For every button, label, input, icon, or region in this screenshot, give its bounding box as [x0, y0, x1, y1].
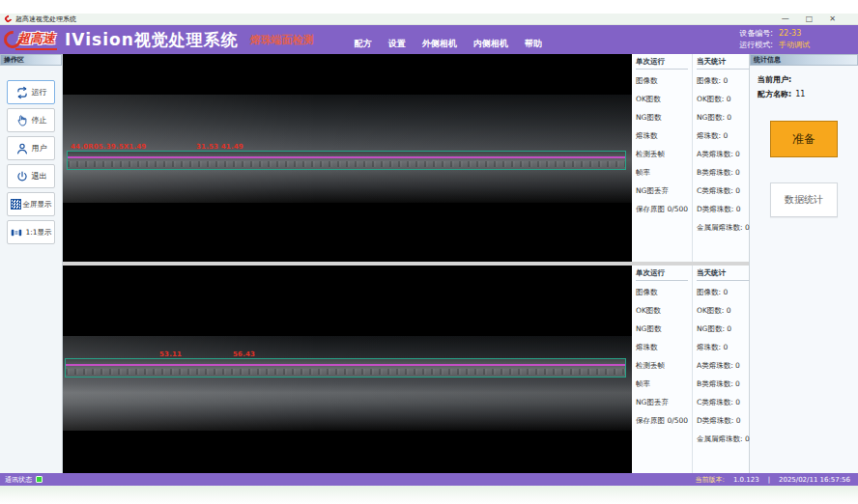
one-to-one-button[interactable]: 1:1显示	[7, 220, 55, 244]
measurement-annotation: 31.53 41.49	[196, 143, 243, 151]
camera-image-band	[63, 336, 632, 431]
app-subtitle: 熔珠端面检测	[250, 33, 314, 47]
stats-panel-top: 单次运行 图像数OK图数NG图数熔珠数检测丢帧帧率NG图丢弃保存原图 0/500…	[632, 54, 749, 262]
stats-panel-bottom: 单次运行 图像数OK图数NG图数熔珠数检测丢帧帧率NG图丢弃保存原图 0/500…	[632, 266, 749, 473]
exit-button-label: 退出	[32, 171, 47, 182]
stat-row: 金属屑熔珠数: 0	[697, 430, 750, 448]
recipe-name-value: 11	[795, 87, 805, 101]
desktop-background	[0, 0, 858, 14]
window-titlebar: 超高速视觉处理系统 — □ ✕	[0, 14, 858, 25]
stat-row: B类熔珠数: 0	[697, 375, 750, 393]
main-area: 操作区 运行 停止 用户	[0, 54, 858, 473]
measurement-annotation: 53.11	[159, 350, 182, 358]
device-number-value: 22-33	[779, 28, 812, 40]
measurement-annotation: 44.0R05.39.5X1.49	[71, 143, 146, 151]
app-logo-icon	[4, 14, 14, 24]
bead-strip-overlay	[67, 151, 626, 170]
exit-button[interactable]: 退出	[7, 164, 55, 188]
menu-item[interactable]: 设置	[388, 38, 406, 50]
stat-row: 帧率	[636, 375, 688, 393]
close-button[interactable]: ✕	[829, 14, 836, 24]
stat-row: 图像数	[636, 283, 688, 301]
stat-row: 保存原图 0/500	[636, 411, 688, 430]
data-statistics-button[interactable]: 数据统计	[770, 182, 838, 217]
camera-viewports: 44.0R05.39.5X1.49 31.53 41.49 53.11 56.4…	[63, 54, 632, 473]
one-to-one-button-label: 1:1显示	[25, 228, 51, 238]
info-panel: 统计信息 当前用户: 配方名称: 11 准备 数据统计	[750, 54, 858, 473]
stat-row: NG图数: 0	[697, 320, 750, 338]
stat-row: A类熔珠数: 0	[697, 145, 750, 163]
stat-row: OK图数	[636, 90, 688, 108]
magenta-edge-line	[66, 364, 625, 366]
run-button-label: 运行	[32, 87, 47, 98]
one-to-one-icon	[10, 226, 23, 239]
run-mode-label: 运行模式:	[739, 40, 773, 51]
stat-row: OK图数: 0	[697, 90, 750, 108]
inner-camera-viewport[interactable]: 53.11 56.43	[63, 266, 632, 473]
stop-button[interactable]: 停止	[7, 108, 55, 132]
menu-item[interactable]: 配方	[355, 38, 372, 50]
strip-texture	[66, 369, 625, 375]
daily-stats-header: 当天统计	[697, 268, 750, 281]
stat-row: 检测丢帧	[636, 145, 688, 163]
stat-row: 图像数: 0	[697, 283, 750, 301]
user-button-label: 用户	[32, 143, 47, 154]
status-datetime: 2025/02/11 16:57:56	[779, 476, 850, 484]
run-button[interactable]: 运行	[7, 80, 55, 104]
window-title: 超高速视觉处理系统	[15, 14, 76, 24]
device-number-label: 设备编号:	[739, 28, 773, 40]
stat-row: D类熔珠数: 0	[697, 411, 750, 430]
fullscreen-icon	[11, 199, 21, 210]
stat-row: B类熔珠数: 0	[697, 163, 750, 182]
run-mode-value: 手动调试	[779, 40, 812, 51]
stat-row: NG图丢弃	[636, 393, 688, 411]
stat-row: A类熔珠数: 0	[697, 356, 750, 375]
comm-status-label: 通讯状态	[5, 475, 32, 485]
stat-row: 帧率	[636, 163, 688, 182]
menu-item[interactable]: 帮助	[525, 38, 542, 50]
strip-texture	[68, 161, 625, 167]
cycle-arrows-icon	[15, 86, 29, 99]
camera-image-band	[63, 95, 632, 203]
stat-row: 熔珠数	[636, 126, 688, 145]
stat-row: 检测丢帧	[636, 356, 688, 375]
measurement-annotation: 56.43	[233, 350, 255, 358]
sidebar-title: 操作区	[0, 54, 62, 66]
stat-row: C类熔珠数: 0	[697, 393, 750, 411]
stop-button-label: 停止	[32, 115, 47, 126]
window-footer	[0, 486, 858, 504]
version-label: 当前版本:	[696, 475, 725, 485]
stat-row: C类熔珠数: 0	[697, 182, 750, 200]
status-bar: 通讯状态 当前版本: 1.0.123 | 2025/02/11 16:57:56	[0, 473, 858, 486]
app-title: IVision视觉处理系统	[65, 29, 239, 51]
statistics-column: 单次运行 图像数OK图数NG图数熔珠数检测丢帧帧率NG图丢弃保存原图 0/500…	[632, 54, 750, 473]
stat-row: 熔珠数: 0	[697, 338, 750, 356]
stat-row: D类熔珠数: 0	[697, 200, 750, 218]
stat-row: 熔珠数	[636, 338, 688, 356]
stat-row: OK图数: 0	[697, 301, 750, 320]
stat-row: 图像数: 0	[697, 71, 750, 90]
info-panel-title: 统计信息	[750, 54, 858, 66]
stat-row: 金属屑熔珠数: 0	[697, 218, 750, 237]
menu-item[interactable]: 内侧相机	[473, 38, 508, 50]
magenta-edge-line	[68, 156, 625, 158]
stat-row: NG图数	[636, 320, 688, 338]
fullscreen-button-label: 全屏显示	[23, 200, 52, 210]
stat-row: 保存原图 0/500	[636, 200, 688, 218]
minimize-button[interactable]: —	[782, 14, 789, 24]
app-header: 超高速 IVision视觉处理系统 熔珠端面检测 配方设置外侧相机内侧相机帮助 …	[0, 25, 858, 54]
user-button[interactable]: 用户	[7, 136, 55, 160]
ready-button[interactable]: 准备	[770, 121, 838, 157]
operation-sidebar: 操作区 运行 停止 用户	[0, 54, 63, 473]
menu-item[interactable]: 外侧相机	[422, 38, 457, 50]
bead-strip-overlay	[65, 358, 626, 378]
outer-camera-viewport[interactable]: 44.0R05.39.5X1.49 31.53 41.49	[63, 54, 632, 262]
daily-stats-header: 当天统计	[697, 57, 750, 70]
stat-row: 熔珠数: 0	[697, 126, 750, 145]
fullscreen-button[interactable]: 全屏显示	[7, 192, 55, 216]
hand-icon	[15, 114, 29, 127]
main-menu: 配方设置外侧相机内侧相机帮助	[355, 38, 542, 50]
maximize-button[interactable]: □	[806, 14, 814, 24]
status-separator: |	[768, 476, 770, 484]
recipe-name-label: 配方名称:	[758, 87, 791, 101]
